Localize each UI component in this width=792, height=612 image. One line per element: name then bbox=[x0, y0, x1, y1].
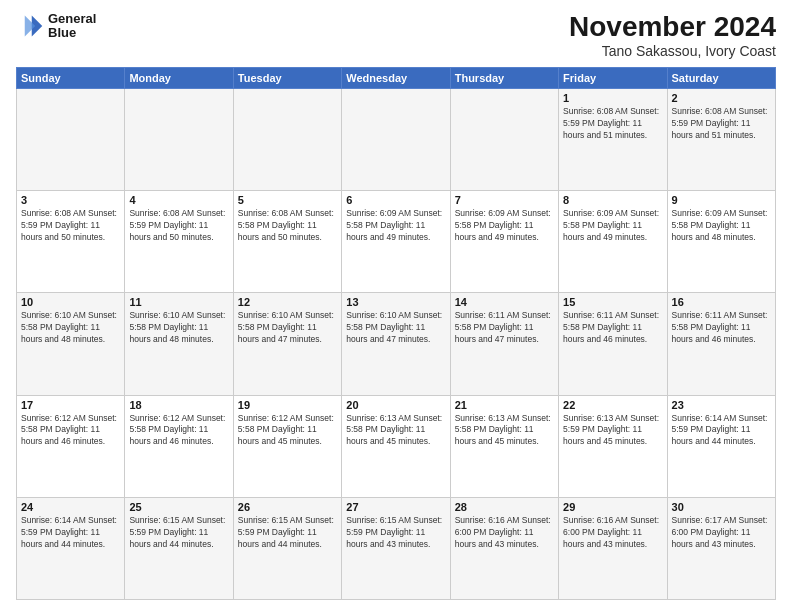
day-info: Sunrise: 6:08 AM Sunset: 5:59 PM Dayligh… bbox=[563, 106, 662, 142]
day-info: Sunrise: 6:11 AM Sunset: 5:58 PM Dayligh… bbox=[563, 310, 662, 346]
calendar-cell: 25Sunrise: 6:15 AM Sunset: 5:59 PM Dayli… bbox=[125, 497, 233, 599]
calendar-cell: 24Sunrise: 6:14 AM Sunset: 5:59 PM Dayli… bbox=[17, 497, 125, 599]
day-number: 28 bbox=[455, 501, 554, 513]
day-info: Sunrise: 6:14 AM Sunset: 5:59 PM Dayligh… bbox=[21, 515, 120, 551]
day-info: Sunrise: 6:10 AM Sunset: 5:58 PM Dayligh… bbox=[346, 310, 445, 346]
calendar-cell: 14Sunrise: 6:11 AM Sunset: 5:58 PM Dayli… bbox=[450, 293, 558, 395]
week-row-4: 17Sunrise: 6:12 AM Sunset: 5:58 PM Dayli… bbox=[17, 395, 776, 497]
calendar-cell: 23Sunrise: 6:14 AM Sunset: 5:59 PM Dayli… bbox=[667, 395, 775, 497]
day-number: 27 bbox=[346, 501, 445, 513]
day-number: 29 bbox=[563, 501, 662, 513]
calendar-cell bbox=[450, 88, 558, 190]
day-number: 18 bbox=[129, 399, 228, 411]
day-info: Sunrise: 6:14 AM Sunset: 5:59 PM Dayligh… bbox=[672, 413, 771, 449]
calendar-cell: 18Sunrise: 6:12 AM Sunset: 5:58 PM Dayli… bbox=[125, 395, 233, 497]
day-info: Sunrise: 6:11 AM Sunset: 5:58 PM Dayligh… bbox=[455, 310, 554, 346]
day-info: Sunrise: 6:11 AM Sunset: 5:58 PM Dayligh… bbox=[672, 310, 771, 346]
day-number: 12 bbox=[238, 296, 337, 308]
day-number: 22 bbox=[563, 399, 662, 411]
logo-icon bbox=[16, 12, 44, 40]
day-info: Sunrise: 6:08 AM Sunset: 5:59 PM Dayligh… bbox=[21, 208, 120, 244]
day-info: Sunrise: 6:16 AM Sunset: 6:00 PM Dayligh… bbox=[455, 515, 554, 551]
calendar-table: SundayMondayTuesdayWednesdayThursdayFrid… bbox=[16, 67, 776, 600]
day-number: 9 bbox=[672, 194, 771, 206]
logo-line1: General bbox=[48, 12, 96, 26]
day-info: Sunrise: 6:12 AM Sunset: 5:58 PM Dayligh… bbox=[21, 413, 120, 449]
day-number: 2 bbox=[672, 92, 771, 104]
calendar-cell: 3Sunrise: 6:08 AM Sunset: 5:59 PM Daylig… bbox=[17, 191, 125, 293]
calendar-cell: 5Sunrise: 6:08 AM Sunset: 5:58 PM Daylig… bbox=[233, 191, 341, 293]
calendar-cell: 6Sunrise: 6:09 AM Sunset: 5:58 PM Daylig… bbox=[342, 191, 450, 293]
calendar-cell: 1Sunrise: 6:08 AM Sunset: 5:59 PM Daylig… bbox=[559, 88, 667, 190]
calendar-header: SundayMondayTuesdayWednesdayThursdayFrid… bbox=[17, 67, 776, 88]
day-number: 3 bbox=[21, 194, 120, 206]
day-number: 14 bbox=[455, 296, 554, 308]
day-info: Sunrise: 6:15 AM Sunset: 5:59 PM Dayligh… bbox=[129, 515, 228, 551]
day-number: 30 bbox=[672, 501, 771, 513]
calendar-cell: 15Sunrise: 6:11 AM Sunset: 5:58 PM Dayli… bbox=[559, 293, 667, 395]
day-info: Sunrise: 6:17 AM Sunset: 6:00 PM Dayligh… bbox=[672, 515, 771, 551]
header-row: SundayMondayTuesdayWednesdayThursdayFrid… bbox=[17, 67, 776, 88]
calendar-body: 1Sunrise: 6:08 AM Sunset: 5:59 PM Daylig… bbox=[17, 88, 776, 599]
calendar-cell: 12Sunrise: 6:10 AM Sunset: 5:58 PM Dayli… bbox=[233, 293, 341, 395]
day-info: Sunrise: 6:08 AM Sunset: 5:59 PM Dayligh… bbox=[129, 208, 228, 244]
calendar-cell: 11Sunrise: 6:10 AM Sunset: 5:58 PM Dayli… bbox=[125, 293, 233, 395]
header: General Blue November 2024 Tano Sakassou… bbox=[16, 12, 776, 59]
day-number: 6 bbox=[346, 194, 445, 206]
day-number: 8 bbox=[563, 194, 662, 206]
calendar-cell: 29Sunrise: 6:16 AM Sunset: 6:00 PM Dayli… bbox=[559, 497, 667, 599]
calendar-cell: 20Sunrise: 6:13 AM Sunset: 5:58 PM Dayli… bbox=[342, 395, 450, 497]
day-info: Sunrise: 6:08 AM Sunset: 5:58 PM Dayligh… bbox=[238, 208, 337, 244]
calendar-cell: 7Sunrise: 6:09 AM Sunset: 5:58 PM Daylig… bbox=[450, 191, 558, 293]
day-info: Sunrise: 6:13 AM Sunset: 5:59 PM Dayligh… bbox=[563, 413, 662, 449]
calendar-title: November 2024 bbox=[569, 12, 776, 43]
day-info: Sunrise: 6:09 AM Sunset: 5:58 PM Dayligh… bbox=[455, 208, 554, 244]
calendar-cell: 13Sunrise: 6:10 AM Sunset: 5:58 PM Dayli… bbox=[342, 293, 450, 395]
week-row-5: 24Sunrise: 6:14 AM Sunset: 5:59 PM Dayli… bbox=[17, 497, 776, 599]
day-info: Sunrise: 6:15 AM Sunset: 5:59 PM Dayligh… bbox=[346, 515, 445, 551]
calendar-cell: 21Sunrise: 6:13 AM Sunset: 5:58 PM Dayli… bbox=[450, 395, 558, 497]
day-number: 25 bbox=[129, 501, 228, 513]
calendar-cell: 2Sunrise: 6:08 AM Sunset: 5:59 PM Daylig… bbox=[667, 88, 775, 190]
week-row-1: 1Sunrise: 6:08 AM Sunset: 5:59 PM Daylig… bbox=[17, 88, 776, 190]
page: General Blue November 2024 Tano Sakassou… bbox=[0, 0, 792, 612]
calendar-cell: 4Sunrise: 6:08 AM Sunset: 5:59 PM Daylig… bbox=[125, 191, 233, 293]
day-number: 7 bbox=[455, 194, 554, 206]
day-info: Sunrise: 6:12 AM Sunset: 5:58 PM Dayligh… bbox=[238, 413, 337, 449]
calendar-cell: 17Sunrise: 6:12 AM Sunset: 5:58 PM Dayli… bbox=[17, 395, 125, 497]
day-header-saturday: Saturday bbox=[667, 67, 775, 88]
calendar-cell: 28Sunrise: 6:16 AM Sunset: 6:00 PM Dayli… bbox=[450, 497, 558, 599]
day-number: 21 bbox=[455, 399, 554, 411]
day-number: 26 bbox=[238, 501, 337, 513]
calendar-subtitle: Tano Sakassou, Ivory Coast bbox=[569, 43, 776, 59]
day-number: 15 bbox=[563, 296, 662, 308]
day-number: 11 bbox=[129, 296, 228, 308]
calendar-cell: 30Sunrise: 6:17 AM Sunset: 6:00 PM Dayli… bbox=[667, 497, 775, 599]
day-info: Sunrise: 6:08 AM Sunset: 5:59 PM Dayligh… bbox=[672, 106, 771, 142]
calendar-cell: 27Sunrise: 6:15 AM Sunset: 5:59 PM Dayli… bbox=[342, 497, 450, 599]
day-info: Sunrise: 6:16 AM Sunset: 6:00 PM Dayligh… bbox=[563, 515, 662, 551]
day-header-friday: Friday bbox=[559, 67, 667, 88]
day-number: 13 bbox=[346, 296, 445, 308]
calendar-cell bbox=[17, 88, 125, 190]
day-info: Sunrise: 6:09 AM Sunset: 5:58 PM Dayligh… bbox=[672, 208, 771, 244]
logo: General Blue bbox=[16, 12, 96, 41]
day-header-thursday: Thursday bbox=[450, 67, 558, 88]
day-header-sunday: Sunday bbox=[17, 67, 125, 88]
day-number: 1 bbox=[563, 92, 662, 104]
day-info: Sunrise: 6:10 AM Sunset: 5:58 PM Dayligh… bbox=[21, 310, 120, 346]
day-info: Sunrise: 6:09 AM Sunset: 5:58 PM Dayligh… bbox=[563, 208, 662, 244]
day-info: Sunrise: 6:10 AM Sunset: 5:58 PM Dayligh… bbox=[238, 310, 337, 346]
day-number: 10 bbox=[21, 296, 120, 308]
calendar-cell: 9Sunrise: 6:09 AM Sunset: 5:58 PM Daylig… bbox=[667, 191, 775, 293]
day-number: 17 bbox=[21, 399, 120, 411]
day-number: 24 bbox=[21, 501, 120, 513]
day-info: Sunrise: 6:13 AM Sunset: 5:58 PM Dayligh… bbox=[346, 413, 445, 449]
day-info: Sunrise: 6:10 AM Sunset: 5:58 PM Dayligh… bbox=[129, 310, 228, 346]
day-number: 23 bbox=[672, 399, 771, 411]
week-row-2: 3Sunrise: 6:08 AM Sunset: 5:59 PM Daylig… bbox=[17, 191, 776, 293]
logo-text: General Blue bbox=[48, 12, 96, 41]
day-header-monday: Monday bbox=[125, 67, 233, 88]
calendar-cell: 19Sunrise: 6:12 AM Sunset: 5:58 PM Dayli… bbox=[233, 395, 341, 497]
day-header-tuesday: Tuesday bbox=[233, 67, 341, 88]
